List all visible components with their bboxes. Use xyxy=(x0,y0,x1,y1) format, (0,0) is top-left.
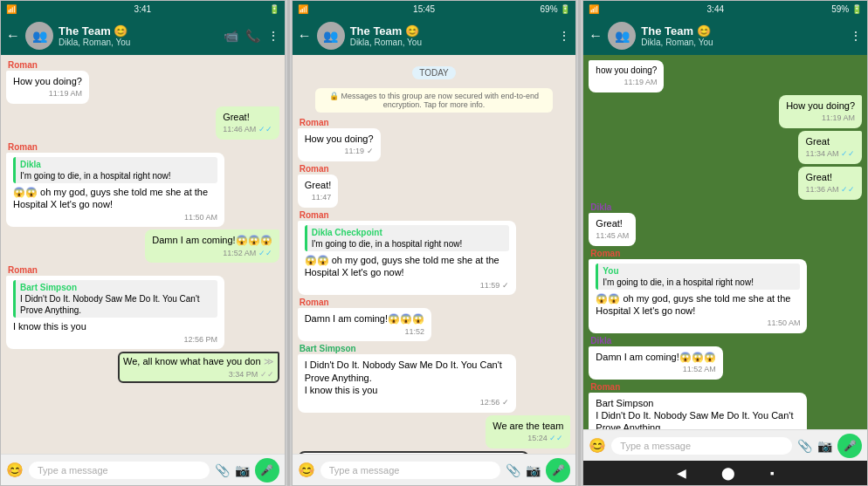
attach-icon-2[interactable]: 📎 xyxy=(506,463,520,477)
attach-icon[interactable]: 📎 xyxy=(215,463,230,477)
screenshot-container: 📶 3:41 🔋 ← 👥 The Team 😊 Dikla, Roman, Yo… xyxy=(0,0,868,486)
header-subtitle-1: Dikla, Roman, You xyxy=(59,38,218,47)
msg-row: Damn I am coming!😱😱😱 11:52 AM ✓✓ xyxy=(6,229,279,263)
msg-text: We, all know what have you don ≫ xyxy=(123,355,274,367)
call-icon[interactable]: 📞 xyxy=(245,29,260,43)
msg-text: We are the team xyxy=(493,420,563,432)
msg-time: 11:52 AM xyxy=(596,365,715,375)
read-ticks: ✓✓ xyxy=(841,185,855,194)
msg-row: Roman Bart SimpsonI Didn't Do It. Nobody… xyxy=(589,382,862,429)
message-input-1[interactable]: Type a message xyxy=(29,462,210,479)
emoji-icon[interactable]: 😊 xyxy=(6,462,24,478)
quoted-msg: Dikla Checkpoint I'm going to die, in a … xyxy=(305,225,509,251)
mic-button-3[interactable]: 🎤 xyxy=(837,434,862,458)
msg-text: How you doing? xyxy=(13,75,82,87)
mic-button-2[interactable]: 🎤 xyxy=(546,458,570,483)
bubble: Dikla I'm going to die, in a hospital ri… xyxy=(6,153,224,227)
bubble: Damn I am coming!😱😱😱 11:52 xyxy=(298,308,431,341)
nav-recent-icon[interactable]: ▪ xyxy=(770,466,775,480)
msg-time: 11:50 AM xyxy=(13,213,217,223)
msg-time: 11:19 AM xyxy=(786,113,855,124)
header-info-1: The Team 😊 Dikla, Roman, You xyxy=(59,24,218,47)
camera-icon-2[interactable]: 📷 xyxy=(526,463,541,477)
input-bar-2: 😊 Type a message 📎 📷 🎤 xyxy=(293,454,576,485)
mic-button-1[interactable]: 🎤 xyxy=(255,458,279,483)
sender-name: Dikla xyxy=(590,202,611,212)
msg-text: how you doing? xyxy=(596,65,657,76)
sender-name: Roman xyxy=(300,210,329,220)
read-ticks: ✓✓ xyxy=(258,125,272,133)
date-badge: TODAY xyxy=(298,64,571,79)
msg-time: 11:45 AM xyxy=(596,231,629,242)
msg-row: We are the team 15:24 ✓✓ xyxy=(298,415,571,448)
msg-time: 12:56 ✓ xyxy=(305,398,509,408)
msg-row: how you doing? 11:19 AM xyxy=(589,60,862,92)
signal-icon-3: 📶 xyxy=(589,4,599,14)
emoji-icon-3[interactable]: 😊 xyxy=(589,437,606,454)
status-icons-right-2: 69% 🔋 xyxy=(541,4,571,14)
msg-row: Great! 11:36 AM ✓✓ xyxy=(589,167,862,200)
msg-row-callout: We, all know what have you don ≫ 3:34 PM… xyxy=(6,352,279,383)
bubble: Great 11:34 AM ✓✓ xyxy=(798,131,862,164)
message-input-3[interactable]: Type a message xyxy=(611,437,792,455)
header-title-2: The Team 😊 xyxy=(350,24,554,38)
time-1: 3:41 xyxy=(134,4,151,14)
signal-icon: 📶 xyxy=(6,4,17,14)
status-icons-left-3: 📶 xyxy=(589,4,599,14)
msg-text: How you doing? xyxy=(786,99,855,112)
quoted-msg: You I'm going to die, in a hospital righ… xyxy=(596,264,800,290)
back-button-2[interactable]: ← xyxy=(298,28,312,44)
bubble: We are the team 15:24 ✓✓ xyxy=(486,415,570,448)
status-bar-2: 📶 15:45 69% 🔋 xyxy=(293,1,576,17)
header-info-2: The Team 😊 Dikla, Roman, You xyxy=(350,24,554,47)
sender-name: Roman xyxy=(8,60,38,70)
msg-row: Roman How you doing? 11:19 ✓ xyxy=(298,118,571,161)
status-icons-left-1: 📶 xyxy=(6,4,17,14)
bubble: Bart Simpson I Didn't Do It. Nobody Saw … xyxy=(6,276,224,349)
bubble: Damn I am coming!😱😱😱 11:52 AM xyxy=(589,346,722,380)
bubble: Great! 11:46 AM ✓✓ xyxy=(216,106,279,140)
nav-back-icon[interactable]: ◀ xyxy=(677,466,686,480)
callout-bubble: We, all know what have you don ≫ 3:34 PM… xyxy=(118,352,279,383)
menu-icon-2[interactable]: ⋮ xyxy=(558,29,570,43)
message-input-2[interactable]: Type a message xyxy=(320,462,501,479)
chat-header-2: ← 👥 The Team 😊 Dikla, Roman, You ⋮ xyxy=(293,17,576,55)
msg-text: I Didn't Do It. Nobody Saw Me Do It. You… xyxy=(305,359,509,396)
quoted-msg: Bart Simpson I Didn't Do It. Nobody Saw … xyxy=(13,280,217,318)
msg-text: Damn I am coming!😱😱😱 xyxy=(305,312,424,325)
menu-icon-3[interactable]: ⋮ xyxy=(850,29,862,43)
back-button-1[interactable]: ← xyxy=(6,28,20,44)
msg-row: Bart Simpson I Didn't Do It. Nobody Saw … xyxy=(298,344,571,413)
status-icons-right-3: 59% 🔋 xyxy=(831,4,862,14)
status-icons-right-1: 🔋 xyxy=(269,4,279,14)
battery-text-3: 59% 🔋 xyxy=(831,4,862,14)
input-icons-2: 📎 📷 xyxy=(506,463,541,477)
input-icons-1: 📎 📷 xyxy=(215,463,250,477)
nav-home-icon[interactable]: ⬤ xyxy=(721,466,735,480)
camera-icon[interactable]: 📷 xyxy=(235,463,250,477)
msg-text: Damn I am coming!😱😱😱 xyxy=(152,234,272,246)
bubble: Damn I am coming!😱😱😱 11:52 AM ✓✓ xyxy=(145,229,279,263)
avatar-1: 👥 xyxy=(25,22,53,50)
menu-icon-1[interactable]: ⋮ xyxy=(267,29,279,43)
sender-name: Roman xyxy=(300,118,329,127)
sender-name: Bart Simpson xyxy=(300,344,356,353)
msg-time: 11:36 AM ✓✓ xyxy=(805,185,855,195)
sender-name: Roman xyxy=(300,164,329,174)
time-3: 3:44 xyxy=(707,4,724,14)
video-call-icon[interactable]: 📹 xyxy=(224,29,238,43)
header-title-1: The Team 😊 xyxy=(59,24,218,38)
back-button-3[interactable]: ← xyxy=(589,28,603,44)
phone-panel-3: 📶 3:44 59% 🔋 ← 👥 The Team 😊 Dikla, Roman… xyxy=(582,0,868,486)
msg-text: Damn I am coming!😱😱😱 xyxy=(596,351,715,363)
input-icons-3: 📎 📷 xyxy=(797,439,832,453)
msg-row: Roman Dikla Checkpoint I'm going to die,… xyxy=(298,210,571,295)
attach-icon-3[interactable]: 📎 xyxy=(797,439,812,453)
bubble: Great! 11:47 xyxy=(298,175,339,208)
emoji-icon-2[interactable]: 😊 xyxy=(298,462,315,478)
sender-name: Roman xyxy=(590,249,620,258)
header-icons-3: ⋮ xyxy=(850,29,862,43)
msg-text: How you doing? xyxy=(305,133,374,145)
sender-name: Roman xyxy=(300,298,329,307)
camera-icon-3[interactable]: 📷 xyxy=(817,439,832,453)
